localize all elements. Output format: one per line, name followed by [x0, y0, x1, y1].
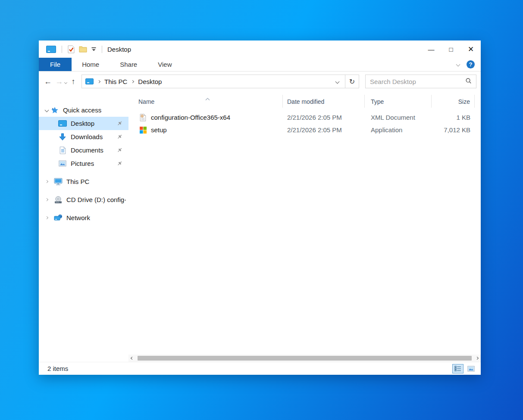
ribbon-right: ?	[457, 58, 481, 71]
application-icon	[140, 127, 147, 134]
file-type: XML Document	[365, 114, 432, 121]
file-size: 7,012 KB	[432, 126, 475, 134]
tab-share[interactable]: Share	[110, 58, 147, 71]
sidebar-item-label: This PC	[66, 178, 89, 185]
breadcrumb-separator-icon[interactable]	[97, 80, 100, 83]
file-list-pane: Name Date modified Type Size configurati…	[128, 91, 481, 362]
close-button[interactable]: ✕	[461, 40, 481, 58]
file-date-modified: 2/21/2026 2:05 PM	[283, 126, 365, 134]
ribbon-tab-bar: File Home Share View ?	[39, 58, 481, 72]
column-header-date-modified[interactable]: Date modified	[283, 95, 365, 108]
navigation-pane: Quick access Desktop Downloads	[39, 91, 128, 362]
pin-icon	[117, 134, 122, 141]
sidebar-item-network[interactable]: Network	[39, 211, 128, 224]
sidebar-item-label: Documents	[71, 146, 103, 154]
navigation-toolbar: ← → ↑ This PC Desktop ↻	[39, 72, 481, 91]
forward-button[interactable]: →	[53, 77, 65, 86]
scrollbar-thumb[interactable]	[138, 356, 472, 361]
scroll-left-icon[interactable]	[128, 357, 136, 359]
window-controls: — □ ✕	[421, 40, 481, 58]
divider	[102, 46, 102, 53]
title-bar: Desktop — □ ✕	[39, 40, 481, 58]
properties-icon[interactable]	[68, 45, 75, 53]
sidebar-item-label: Pictures	[71, 160, 94, 167]
pin-icon	[117, 120, 122, 128]
pin-icon	[117, 160, 122, 168]
sidebar-item-label: CD Drive (D:) config-.	[66, 196, 126, 203]
help-button[interactable]: ?	[467, 60, 475, 68]
pictures-icon	[58, 160, 67, 167]
tab-view[interactable]: View	[147, 58, 182, 71]
file-row[interactable]: setup 2/21/2026 2:05 PM Application 7,01…	[128, 124, 481, 136]
expand-icon[interactable]	[45, 180, 48, 183]
column-header-size[interactable]: Size	[432, 95, 475, 108]
search-icon[interactable]	[465, 78, 472, 86]
file-type: Application	[365, 126, 432, 134]
breadcrumb-separator-icon[interactable]	[131, 80, 134, 83]
documents-icon	[58, 146, 67, 154]
sidebar-item-documents[interactable]: Documents	[39, 143, 128, 157]
status-bar: 2 items	[39, 362, 481, 375]
network-icon	[53, 214, 63, 221]
view-toggle	[452, 364, 476, 373]
up-button[interactable]: ↑	[68, 77, 79, 86]
file-size: 1 KB	[432, 114, 475, 121]
sidebar-item-this-pc[interactable]: This PC	[39, 175, 128, 188]
explorer-window: Desktop — □ ✕ File Home Share View ? ← →…	[39, 40, 481, 375]
address-dropdown-icon[interactable]	[335, 79, 340, 84]
quick-access-star-icon	[50, 106, 60, 114]
item-count: 2 items	[47, 365, 68, 372]
refresh-button[interactable]: ↻	[345, 75, 359, 88]
sidebar-item-pictures[interactable]: Pictures	[39, 157, 128, 170]
location-icon	[85, 78, 94, 84]
sidebar-item-label: Downloads	[71, 133, 103, 140]
search-input[interactable]	[370, 78, 465, 85]
sidebar-item-label: Desktop	[71, 120, 94, 127]
collapse-icon[interactable]	[44, 108, 49, 112]
quick-access-toolbar-dropdown-icon[interactable]	[91, 47, 96, 51]
sidebar-item-quick-access[interactable]: Quick access	[39, 103, 128, 117]
file-name: setup	[151, 126, 167, 134]
details-view-button[interactable]	[452, 364, 463, 373]
window-title: Desktop	[107, 46, 131, 53]
minimize-button[interactable]: —	[421, 40, 441, 58]
desktop-icon	[58, 120, 67, 127]
breadcrumb-desktop[interactable]: Desktop	[135, 78, 164, 85]
column-header-name[interactable]: Name	[128, 95, 283, 108]
expand-icon[interactable]	[45, 198, 48, 201]
divider	[62, 46, 62, 53]
file-row[interactable]: configuration-Office365-x64 2/21/2026 2:…	[128, 111, 481, 124]
column-header-type[interactable]: Type	[365, 95, 432, 108]
file-date-modified: 2/21/2026 2:05 PM	[283, 114, 365, 121]
file-name: configuration-Office365-x64	[151, 114, 230, 121]
scroll-right-icon[interactable]	[473, 357, 481, 359]
cd-drive-icon	[53, 196, 63, 204]
main-area: Quick access Desktop Downloads	[39, 91, 481, 362]
expand-ribbon-icon[interactable]	[456, 62, 460, 67]
sidebar-item-desktop[interactable]: Desktop	[39, 117, 128, 130]
title-bar-left: Desktop	[39, 45, 421, 53]
recent-locations-icon[interactable]	[64, 81, 67, 84]
sidebar-item-cd-drive[interactable]: CD Drive (D:) config-.	[39, 193, 128, 206]
search-box[interactable]	[365, 75, 476, 88]
sidebar-item-label: Quick access	[63, 106, 101, 114]
horizontal-scrollbar[interactable]	[128, 355, 481, 362]
new-folder-icon[interactable]	[79, 46, 87, 53]
downloads-icon	[58, 133, 67, 141]
sidebar-item-downloads[interactable]: Downloads	[39, 130, 128, 143]
back-button[interactable]: ←	[42, 77, 53, 86]
xml-document-icon	[140, 114, 147, 121]
maximize-button[interactable]: □	[441, 40, 461, 58]
pin-icon	[117, 147, 122, 154]
sidebar-item-label: Network	[66, 214, 90, 221]
address-bar[interactable]: This PC Desktop	[81, 75, 345, 88]
tab-file[interactable]: File	[39, 58, 72, 71]
expand-icon[interactable]	[45, 216, 48, 219]
breadcrumb-this-pc[interactable]: This PC	[102, 78, 130, 85]
desktop-window-icon	[46, 46, 56, 53]
this-pc-icon	[53, 178, 63, 186]
large-icons-view-button[interactable]	[465, 364, 476, 373]
column-headers: Name Date modified Type Size	[128, 95, 481, 108]
scrollbar-track[interactable]	[136, 355, 473, 362]
tab-home[interactable]: Home	[72, 58, 110, 71]
